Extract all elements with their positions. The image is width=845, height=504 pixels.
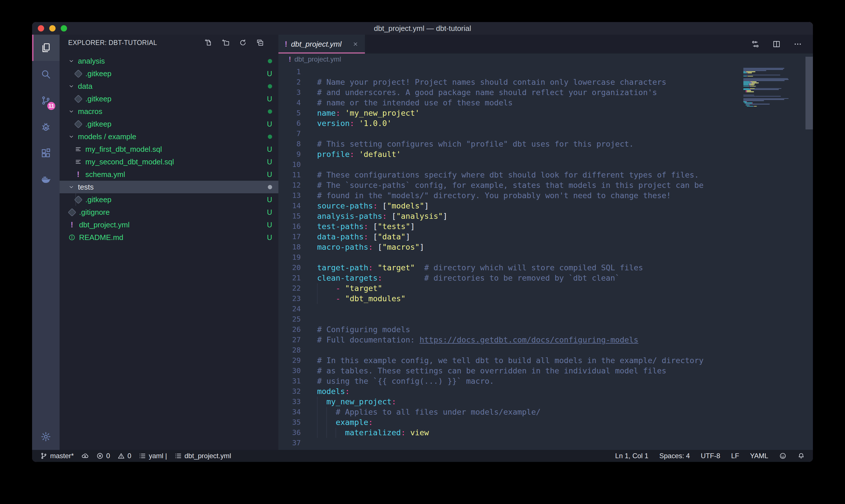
tab-dbt-project-yml[interactable]: ! dbt_project.yml (278, 35, 365, 54)
compare-changes-icon[interactable] (751, 40, 760, 48)
activity-item-search[interactable] (32, 61, 59, 87)
activity-item-settings[interactable] (32, 424, 59, 450)
code-line-37[interactable]: 37 (278, 438, 813, 448)
line-number: 8 (278, 139, 301, 149)
status-encoding[interactable]: UTF-8 (701, 452, 720, 460)
sidebar-item-gitkeep[interactable]: .gitkeepU (59, 92, 278, 105)
breadcrumb-file[interactable]: dbt_project.yml (294, 55, 341, 63)
sidebar-item-schema-yml[interactable]: !schema.ymlU (59, 168, 278, 181)
code-line-28[interactable]: 28 (278, 345, 813, 355)
code-line-12[interactable]: 12# The `source-paths` config, for examp… (278, 180, 813, 191)
sidebar-item-analysis[interactable]: analysis (59, 55, 278, 67)
close-tab-icon[interactable] (352, 41, 359, 47)
warning-icon (118, 452, 125, 460)
code-line-6[interactable]: 6version: '1.0.0' (278, 118, 813, 129)
split-editor-icon[interactable] (772, 40, 781, 48)
activity-item-extensions[interactable] (32, 140, 59, 166)
breadcrumb[interactable]: ! dbt_project.yml (278, 54, 813, 65)
code-line-3[interactable]: 3# and underscores. A good package name … (278, 87, 813, 98)
yaml-file-icon: ! (71, 220, 73, 229)
status-errors[interactable]: 0 (96, 452, 110, 460)
code-line-26[interactable]: 26# Configuring models (278, 324, 813, 335)
code-line-17[interactable]: 17data-paths: ["data"] (278, 232, 813, 242)
code-line-7[interactable]: 7 (278, 129, 813, 139)
sidebar-item-gitkeep[interactable]: .gitkeepU (59, 193, 278, 206)
code-line-27[interactable]: 27# Full documentation: https://docs.get… (278, 335, 813, 345)
sidebar-item-data[interactable]: data (59, 80, 278, 92)
code-line-8[interactable]: 8# This setting configures which "profil… (278, 139, 813, 149)
code-editor[interactable]: 12# Name your project! Project names sho… (278, 65, 813, 450)
status-cursor-position[interactable]: Ln 1, Col 1 (615, 452, 648, 460)
code-line-30[interactable]: 30# as tables. These settings can be ove… (278, 366, 813, 376)
sidebar-item-my-first-dbt-model-sql[interactable]: my_first_dbt_model.sqlU (59, 143, 278, 156)
line-number: 7 (278, 129, 301, 139)
code-line-19[interactable]: 19 (278, 252, 813, 263)
code-line-5[interactable]: 5name: 'my_new_project' (278, 108, 813, 118)
activity-item-explorer[interactable] (32, 35, 59, 61)
line-content: # name or the intended use of these mode… (317, 98, 513, 108)
code-line-9[interactable]: 9profile: 'default' (278, 149, 813, 160)
code-line-33[interactable]: 33 my_new_project: (278, 397, 813, 407)
code-line-21[interactable]: 21clean-targets: # directories to be rem… (278, 273, 813, 283)
sidebar-item-gitignore[interactable]: .gitignoreU (59, 206, 278, 218)
code-line-13[interactable]: 13# found in the "models/" directory. Yo… (278, 191, 813, 201)
code-line-15[interactable]: 15analysis-paths: ["analysis"] (278, 211, 813, 221)
code-line-35[interactable]: 35 example: (278, 417, 813, 428)
code-line-14[interactable]: 14source-paths: ["models"] (278, 201, 813, 211)
code-line-18[interactable]: 18macro-paths: ["macros"] (278, 242, 813, 252)
new-file-icon[interactable] (204, 39, 213, 47)
code-line-4[interactable]: 4# name or the intended use of these mod… (278, 98, 813, 108)
code-line-20[interactable]: 20target-path: "target" # directory whic… (278, 263, 813, 273)
sidebar-item-models-example[interactable]: models / example (59, 130, 278, 143)
code-line-22[interactable]: 22 - "target" (278, 283, 813, 293)
line-content: models: (317, 386, 350, 397)
vertical-scrollbar[interactable] (806, 57, 813, 129)
files-icon (40, 42, 51, 53)
sidebar-item-gitkeep[interactable]: .gitkeepU (59, 67, 278, 80)
code-line-32[interactable]: 32models: (278, 386, 813, 397)
code-line-24[interactable]: 24 (278, 304, 813, 314)
status-notifications[interactable] (797, 452, 805, 460)
status-linter-yaml[interactable]: yaml | (139, 452, 167, 460)
status-warnings[interactable]: 0 (118, 452, 131, 460)
minimap[interactable] (743, 67, 791, 108)
status-feedback[interactable] (779, 452, 787, 460)
sidebar-item-dbt-project-yml[interactable]: !dbt_project.ymlU (59, 218, 278, 231)
new-folder-icon[interactable] (222, 39, 230, 47)
code-line-11[interactable]: 11# These configurations specify where d… (278, 170, 813, 180)
ellipsis-icon[interactable] (793, 40, 802, 48)
yaml-file-icon: ! (289, 55, 291, 63)
git-changes-dot-badge (268, 59, 272, 63)
minimize-window-button[interactable] (49, 25, 56, 32)
code-line-23[interactable]: 23 - "dbt_modules" (278, 293, 813, 304)
sidebar-item-tests[interactable]: tests (59, 181, 278, 193)
sidebar-item-gitkeep[interactable]: .gitkeepU (59, 118, 278, 130)
status-active-file[interactable]: dbt_project.yml (175, 452, 231, 460)
activity-item-debug[interactable] (32, 114, 59, 140)
sidebar-item-macros[interactable]: macros (59, 105, 278, 118)
sidebar-item-my-second-dbt-model-sql[interactable]: my_second_dbt_model.sqlU (59, 156, 278, 168)
status-language-mode[interactable]: YAML (750, 452, 768, 460)
status-indentation[interactable]: Spaces: 4 (659, 452, 690, 460)
code-line-16[interactable]: 16test-paths: ["tests"] (278, 221, 813, 232)
activity-item-source-control[interactable]: 11 (32, 87, 59, 114)
code-line-25[interactable]: 25 (278, 314, 813, 324)
code-line-34[interactable]: 34 # Applies to all files under models/e… (278, 407, 813, 417)
activity-item-docker[interactable] (32, 166, 59, 193)
code-line-10[interactable]: 10 (278, 160, 813, 170)
chevron-down-icon (68, 108, 74, 114)
collapse-all-icon[interactable] (256, 39, 264, 47)
sidebar-item-readme-md[interactable]: README.mdU (59, 231, 278, 244)
status-eol[interactable]: LF (731, 452, 739, 460)
code-line-1[interactable]: 1 (278, 67, 813, 77)
status-sync-publish[interactable] (82, 452, 89, 460)
close-window-button[interactable] (38, 25, 44, 32)
code-line-36[interactable]: 36 materialized: view (278, 428, 813, 438)
close-icon[interactable] (352, 41, 359, 47)
code-line-31[interactable]: 31# using the `{{ config(...) }}` macro. (278, 376, 813, 386)
status-git-branch[interactable]: master* (40, 452, 74, 460)
code-line-29[interactable]: 29# In this example config, we tell dbt … (278, 355, 813, 366)
refresh-icon[interactable] (239, 39, 247, 47)
code-line-2[interactable]: 2# Name your project! Project names shou… (278, 77, 813, 87)
zoom-window-button[interactable] (61, 25, 67, 32)
